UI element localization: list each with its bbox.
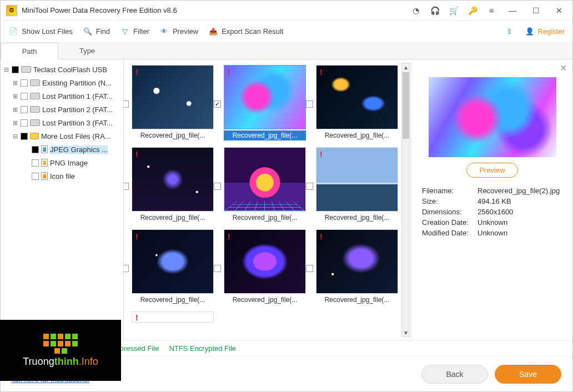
drive-icon	[21, 66, 31, 73]
close-preview-button[interactable]: ✕	[560, 63, 567, 73]
tree-item-existing[interactable]: ⊞ Existing Partition (N...	[3, 76, 121, 89]
file-cell[interactable]: ! Recovered_jpg_file(...	[130, 147, 215, 223]
tree-label: Existing Partition (N...	[42, 79, 112, 87]
share-button[interactable]: ⇪	[505, 27, 515, 37]
cart-icon[interactable]: 🛒	[448, 5, 459, 16]
checkbox[interactable]	[306, 265, 313, 272]
tree-root-label: Teclast CoolFlash USB	[33, 66, 107, 74]
file-cell[interactable]: ! Recovered_jpg_file(...	[315, 147, 399, 223]
tree-item-more-lost[interactable]: ⊟ More Lost Files (RA...	[3, 129, 121, 143]
checkbox[interactable]	[32, 159, 39, 167]
tree-item-jpeg[interactable]: JPEG Graphics ...	[3, 143, 121, 156]
scroll-handle[interactable]	[403, 72, 409, 139]
scroll-up-icon[interactable]: ▲	[402, 63, 410, 71]
back-button[interactable]: Back	[421, 365, 488, 384]
checkbox[interactable]	[306, 183, 313, 190]
file-cell[interactable]: ! Recovered_jpg_file(...	[130, 65, 215, 140]
thumbnail	[316, 230, 398, 293]
tree-label: PNG Image	[50, 159, 88, 167]
raw-flag-icon: !	[320, 232, 323, 241]
drive-icon	[30, 106, 40, 113]
expand-icon[interactable]: ⊞	[12, 106, 18, 113]
filename-label: Filename:	[422, 187, 478, 195]
watermark-text: Truongthinh.Info	[23, 356, 98, 368]
tree-item-png[interactable]: PNG Image	[3, 156, 121, 169]
preview-open-label: Preview	[479, 166, 505, 174]
checkbox[interactable]	[124, 100, 129, 108]
file-caption: Recovered_jpg_file(...	[316, 213, 398, 223]
checkbox[interactable]	[12, 66, 19, 73]
export-button[interactable]: 📤 Export Scan Result	[208, 27, 283, 37]
share-icon: ⇪	[505, 27, 515, 37]
close-button[interactable]: ✕	[551, 5, 567, 16]
file-caption: Recovered_jpg_file(...	[316, 130, 398, 140]
find-label: Find	[96, 27, 110, 36]
preview-open-button[interactable]: Preview	[466, 163, 517, 178]
scrollbar[interactable]: ▲ ▼	[401, 63, 410, 337]
checkbox[interactable]	[306, 100, 313, 108]
file-cell-selected[interactable]: ✓ ! Recovered_jpg_file(...	[223, 65, 307, 140]
filter-button[interactable]: ▽ Filter	[120, 27, 149, 37]
checkbox[interactable]	[32, 173, 39, 180]
checkbox[interactable]	[124, 183, 129, 190]
tree-root[interactable]: ⊟ Teclast CoolFlash USB	[3, 63, 121, 76]
refresh-icon[interactable]: ◔	[410, 5, 421, 16]
tree-item-lost2[interactable]: ⊞ Lost Partition 2 (FAT...	[3, 103, 121, 116]
save-button[interactable]: Save	[495, 365, 561, 384]
find-button[interactable]: 🔍 Find	[83, 27, 110, 37]
tree-item-lost3[interactable]: ⊞ Lost Partition 3 (FAT...	[3, 116, 121, 129]
tab-type[interactable]: Type	[58, 43, 116, 59]
maximize-button[interactable]: ☐	[528, 5, 544, 16]
show-lost-files-button[interactable]: 📄 Show Lost Files	[8, 27, 73, 37]
drive-icon	[30, 79, 40, 86]
minimize-button[interactable]: —	[505, 5, 520, 16]
drive-icon	[30, 119, 40, 126]
file-cell[interactable]: ! Recovered_jpg_file(...	[223, 147, 307, 223]
preview-pane: ✕ Preview Filename:Recovered_jpg_file(2)…	[411, 59, 572, 340]
checkbox[interactable]	[21, 133, 28, 140]
scroll-down-icon[interactable]: ▼	[402, 329, 410, 336]
raw-flag-icon: !	[135, 313, 138, 322]
checkbox[interactable]	[21, 79, 28, 87]
expand-icon[interactable]: ⊞	[12, 93, 18, 100]
checkbox[interactable]	[214, 183, 221, 190]
support-icon[interactable]: 🎧	[429, 5, 440, 16]
file-cell[interactable]: ! Recovered_jpg_file(...	[315, 229, 399, 305]
expand-icon[interactable]: ⊞	[12, 119, 18, 127]
tree-label: More Lost Files (RA...	[41, 132, 111, 140]
checkbox[interactable]	[21, 119, 28, 127]
thumbnail	[132, 66, 213, 129]
tree-label: Icon file	[50, 172, 75, 180]
thumbnail	[224, 230, 305, 293]
size-label: Size:	[422, 197, 478, 205]
raw-flag-icon: !	[135, 150, 138, 159]
checkbox[interactable]	[124, 265, 129, 272]
register-button[interactable]: 👤 Register	[525, 27, 565, 37]
dimensions-label: Dimensions:	[422, 208, 478, 216]
file-cell[interactable]: ! Recovered_jpg_file(...	[315, 65, 399, 140]
tab-path[interactable]: Path	[1, 43, 58, 59]
expand-icon[interactable]: ⊞	[12, 79, 18, 87]
file-cell-partial[interactable]: !	[130, 311, 215, 323]
collapse-icon[interactable]: ⊟	[3, 66, 9, 73]
checkbox[interactable]	[32, 146, 39, 153]
tree-item-lost1[interactable]: ⊞ Lost Partition 1 (FAT...	[3, 89, 121, 103]
tree-item-ico[interactable]: Icon file	[3, 169, 121, 183]
register-label: Register	[538, 27, 565, 36]
tabs: Path Type	[1, 43, 572, 59]
file-caption: Recovered_jpg_file(...	[132, 295, 214, 305]
checkbox-checked[interactable]: ✓	[214, 100, 221, 108]
preview-button[interactable]: 👁 Preview	[159, 27, 198, 37]
show-lost-files-label: Show Lost Files	[22, 27, 73, 36]
thumbnail	[224, 148, 305, 211]
checkbox[interactable]	[21, 106, 28, 113]
collapse-icon[interactable]: ⊟	[12, 133, 18, 140]
key-icon[interactable]: 🔑	[467, 5, 478, 16]
checkbox[interactable]	[214, 265, 221, 272]
file-cell[interactable]: ! Recovered_jpg_file(...	[223, 229, 307, 305]
raw-flag-icon: !	[135, 232, 138, 241]
file-cell[interactable]: ! Recovered_jpg_file(...	[130, 229, 215, 305]
funnel-icon: ▽	[120, 27, 130, 37]
menu-icon[interactable]: ≡	[486, 5, 497, 16]
checkbox[interactable]	[21, 93, 28, 100]
